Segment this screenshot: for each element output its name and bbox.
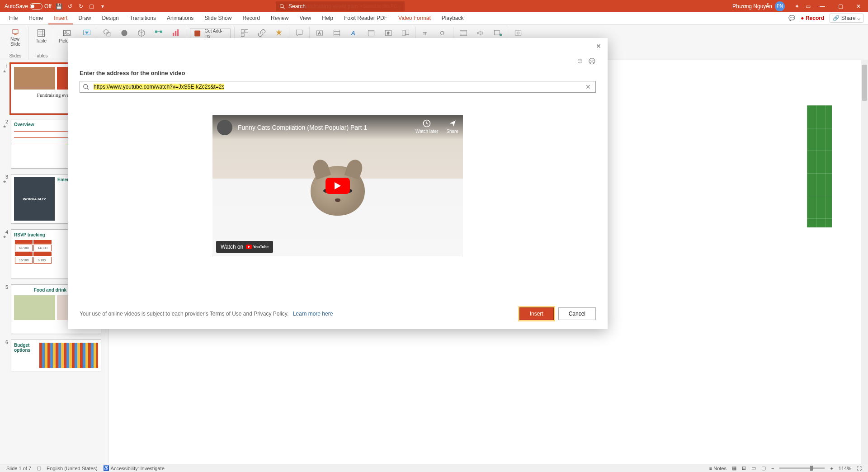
- normal-view-icon[interactable]: ▦: [729, 465, 739, 471]
- tab-review[interactable]: Review: [265, 12, 294, 24]
- video-preview[interactable]: Funny Cats Compilation (Most Popular) Pa…: [212, 115, 463, 256]
- accessibility-indicator[interactable]: ♿ Accessibility: Investigate: [100, 465, 167, 471]
- coming-soon-icon[interactable]: ✦: [794, 3, 800, 9]
- account-button[interactable]: Phương Nguyễn PN: [732, 1, 785, 11]
- record-button[interactable]: ● Record: [801, 15, 824, 21]
- redo-icon[interactable]: ↻: [78, 3, 84, 9]
- tab-file[interactable]: File: [4, 12, 23, 24]
- svg-point-14: [121, 30, 127, 36]
- share-button[interactable]: 🔗 Share ⌵: [830, 14, 863, 23]
- clear-url-button[interactable]: ✕: [584, 83, 593, 90]
- svg-rect-2: [13, 30, 18, 34]
- svg-point-44: [517, 32, 519, 34]
- slide-indicator[interactable]: Slide 1 of 7: [4, 466, 34, 471]
- tab-draw[interactable]: Draw: [73, 12, 96, 24]
- svg-rect-13: [107, 33, 110, 36]
- tab-help[interactable]: Help: [316, 12, 339, 24]
- tab-view[interactable]: View: [294, 12, 316, 24]
- tab-insert[interactable]: Insert: [48, 12, 73, 24]
- terms-note: Your use of online videos is subject to …: [80, 311, 333, 317]
- account-avatar: PN: [775, 1, 785, 11]
- insert-button[interactable]: Insert: [519, 307, 554, 320]
- svg-rect-21: [241, 30, 245, 33]
- zoom-in-icon[interactable]: +: [827, 466, 835, 471]
- slideshow-view-icon[interactable]: ▢: [759, 465, 769, 471]
- tab-transitions[interactable]: Transitions: [124, 12, 161, 24]
- svg-text:YouTube: YouTube: [253, 245, 269, 249]
- svg-point-42: [500, 34, 502, 36]
- tab-home[interactable]: Home: [23, 12, 48, 24]
- tab-video-format[interactable]: Video Format: [393, 12, 436, 24]
- svg-text:A: A: [318, 31, 321, 35]
- reading-view-icon[interactable]: ▭: [749, 465, 759, 471]
- zoom-out-icon[interactable]: −: [769, 466, 777, 471]
- svg-text:#: #: [387, 31, 390, 35]
- tab-design[interactable]: Design: [96, 12, 124, 24]
- fit-to-window-icon[interactable]: ⛶: [854, 466, 864, 471]
- search-icon: [83, 84, 89, 90]
- ribbon-tabs: File Home Insert Draw Design Transitions…: [0, 12, 868, 25]
- zoom-slider[interactable]: [779, 467, 825, 469]
- share-video-button[interactable]: Share: [446, 119, 458, 134]
- url-input[interactable]: https://www.youtube.com/watch?v=JxS5E-kZ…: [92, 83, 584, 91]
- svg-text:Ω: Ω: [440, 30, 444, 37]
- svg-line-46: [87, 88, 89, 90]
- autosave-label: AutoSave: [5, 3, 28, 9]
- get-addins-button[interactable]: Get Add-ins: [190, 28, 231, 38]
- feedback-frown-icon[interactable]: ☹: [588, 57, 596, 66]
- zoom-level[interactable]: 114%: [836, 466, 854, 471]
- watch-later-button[interactable]: Watch later: [415, 119, 438, 134]
- svg-text:A: A: [350, 30, 355, 37]
- svg-line-1: [283, 7, 284, 9]
- tab-animations[interactable]: Animations: [161, 12, 199, 24]
- spellcheck-icon[interactable]: ▢: [34, 465, 44, 471]
- svg-rect-20: [194, 31, 200, 37]
- new-slide-button[interactable]: New Slide: [6, 28, 24, 47]
- customize-qat-icon[interactable]: ▾: [99, 3, 106, 9]
- undo-icon[interactable]: ↺: [67, 3, 73, 9]
- online-video-dialog: ✕ ☺ ☹ Enter the address for the online v…: [68, 38, 608, 329]
- autosave-toggle[interactable]: AutoSave Off: [5, 3, 52, 9]
- video-title: Funny Cats Compilation (Most Popular) Pa…: [238, 124, 367, 131]
- svg-rect-16: [160, 31, 162, 33]
- svg-rect-15: [156, 31, 157, 33]
- minimize-button[interactable]: —: [816, 0, 829, 12]
- slide-thumb-6[interactable]: Budget options: [11, 340, 101, 371]
- svg-rect-19: [177, 30, 179, 36]
- tab-foxit[interactable]: Foxit Reader PDF: [339, 12, 393, 24]
- language-indicator[interactable]: English (United States): [44, 466, 100, 471]
- dialog-close-button[interactable]: ✕: [596, 42, 601, 50]
- svg-rect-4: [38, 30, 45, 37]
- svg-rect-41: [495, 30, 500, 35]
- svg-rect-22: [245, 30, 248, 33]
- comments-icon[interactable]: 💬: [788, 15, 795, 21]
- cancel-button[interactable]: Cancel: [558, 307, 596, 320]
- feedback-smile-icon[interactable]: ☺: [576, 57, 584, 66]
- svg-point-0: [280, 4, 284, 8]
- tab-record[interactable]: Record: [237, 12, 265, 24]
- svg-point-45: [84, 85, 88, 89]
- close-window-button[interactable]: ✕: [852, 0, 865, 12]
- learn-more-link[interactable]: Learn more here: [293, 311, 333, 317]
- ribbon-options-icon[interactable]: ▭: [805, 3, 811, 9]
- save-icon[interactable]: 💾: [56, 3, 62, 9]
- play-button[interactable]: [326, 178, 350, 194]
- svg-point-12: [104, 30, 108, 34]
- watch-on-youtube[interactable]: Watch on YouTube: [216, 241, 273, 253]
- tab-playback[interactable]: Playback: [436, 12, 469, 24]
- channel-avatar: [217, 120, 232, 135]
- vertical-scrollbar[interactable]: [861, 60, 868, 464]
- svg-rect-17: [173, 33, 174, 36]
- tab-slideshow[interactable]: Slide Show: [199, 12, 237, 24]
- url-field-wrapper: https://www.youtube.com/watch?v=JxS5E-kZ…: [80, 81, 596, 93]
- svg-rect-43: [515, 31, 521, 35]
- present-icon[interactable]: ▢: [89, 3, 95, 9]
- table-button[interactable]: Table: [32, 28, 50, 47]
- search-placeholder: Search: [288, 3, 306, 9]
- svg-rect-26: [334, 30, 340, 36]
- svg-rect-18: [175, 31, 176, 36]
- sorter-view-icon[interactable]: ⊞: [739, 465, 749, 471]
- notes-button[interactable]: ≡ Notes: [707, 466, 729, 471]
- search-box[interactable]: Search: [276, 1, 405, 11]
- maximize-button[interactable]: ▢: [834, 0, 847, 12]
